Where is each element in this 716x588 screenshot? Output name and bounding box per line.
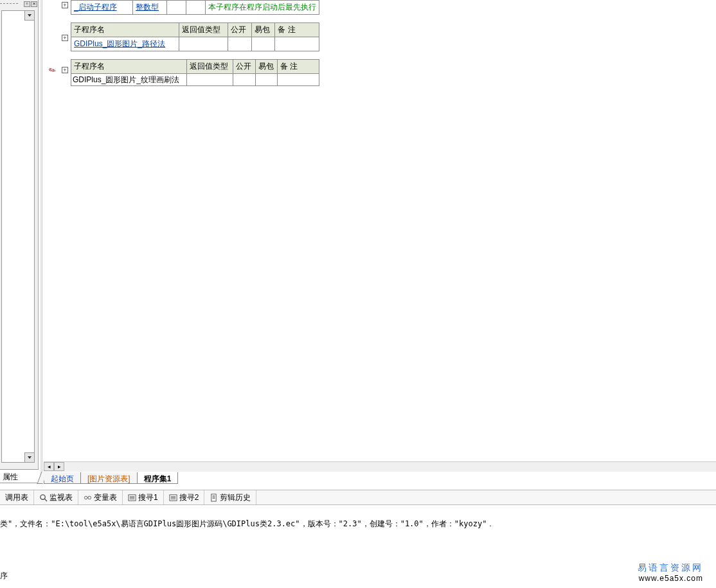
watermark: 易语言资源网 www.e5a5x.com xyxy=(638,562,703,583)
cell-remark: 本子程序在程序启动后最先执行 xyxy=(208,3,316,12)
clip-history-button[interactable]: 剪辑历史 xyxy=(204,490,256,504)
clip-label: 剪辑历史 xyxy=(220,492,251,503)
subroutine-row-0: _启动子程序 整数型 本子程序在程序启动后最先执行 xyxy=(71,0,319,15)
watermark-en: www.e5a5x.com xyxy=(638,574,703,583)
svg-point-2 xyxy=(84,496,87,499)
col-pkg: 易包 xyxy=(255,60,278,74)
cell-ret[interactable] xyxy=(179,37,228,51)
vertical-splitter[interactable] xyxy=(40,0,42,483)
cell-pkg[interactable] xyxy=(255,74,278,86)
cell-ret[interactable] xyxy=(186,74,233,86)
expand-icon[interactable]: + xyxy=(62,67,68,73)
cell-pkg[interactable] xyxy=(186,1,206,15)
search-icon xyxy=(39,494,48,502)
edit-pencil-icon: ✎ xyxy=(47,64,58,76)
code-editor-area: + + + ✎ _启动子程序 整数型 本子程序在程序启动后最先执行 子程序名 返… xyxy=(44,0,716,470)
panel-min-icon[interactable]: ▫ xyxy=(24,1,30,7)
variable-table-button[interactable]: 变量表 xyxy=(78,490,123,504)
variable-label: 变量表 xyxy=(94,492,117,503)
bottom-toolbar: 调用表 监视表 变量表 搜寻1 搜寻2 剪辑历史 xyxy=(0,490,716,505)
col-ret: 返回值类型 xyxy=(186,60,233,74)
gutter: + + + ✎ xyxy=(44,0,71,86)
svg-line-1 xyxy=(44,499,47,501)
call-table-label: 调用表 xyxy=(5,492,28,503)
tab-image-resource[interactable]: [图片资源表] xyxy=(80,472,138,484)
list-icon xyxy=(128,494,136,502)
search2-button[interactable]: 搜寻2 xyxy=(164,490,205,504)
subroutine-table-1: 子程序名 返回值类型 公开 易包 备 注 GDIPlus_圆形图片_路径法 xyxy=(71,22,319,51)
ret-type-link[interactable]: 整数型 xyxy=(136,3,159,12)
cell-public[interactable] xyxy=(233,74,256,86)
output-line: 类"，文件名："E:\tool\e5a5x\易语言GDIPlus圆形图片源码\G… xyxy=(0,519,716,530)
output-line2: 序 xyxy=(0,571,8,582)
expand-icon[interactable]: + xyxy=(62,2,68,8)
h-scrollbar[interactable]: ◂ ▸ xyxy=(44,461,716,472)
tab-program-set[interactable]: 程序集1 xyxy=(137,472,179,484)
chevron-down-icon[interactable] xyxy=(24,452,34,462)
col-ret: 返回值类型 xyxy=(179,23,228,37)
watermark-cn: 易语言资源网 xyxy=(638,562,703,574)
cell-remark[interactable] xyxy=(275,37,319,51)
search2-label: 搜寻2 xyxy=(179,492,199,503)
col-public: 公开 xyxy=(233,60,256,74)
call-table-button[interactable]: 调用表 xyxy=(0,490,34,504)
col-name: 子程序名 xyxy=(71,23,179,37)
monitor-table-button[interactable]: 监视表 xyxy=(34,490,78,504)
list-icon xyxy=(169,494,177,502)
properties-tab[interactable]: 属性 xyxy=(0,469,39,483)
chevron-down-icon[interactable] xyxy=(24,11,34,21)
left-dropdown[interactable] xyxy=(1,10,35,463)
tables-column: _启动子程序 整数型 本子程序在程序启动后最先执行 子程序名 返回值类型 公开 … xyxy=(71,0,319,86)
scroll-right-icon[interactable]: ▸ xyxy=(54,462,64,471)
sub-name-link[interactable]: _启动子程序 xyxy=(74,3,117,12)
cell-pkg[interactable] xyxy=(251,37,275,51)
output-panel: 类"，文件名："E:\tool\e5a5x\易语言GDIPlus圆形图片源码\G… xyxy=(0,506,716,588)
search1-label: 搜寻1 xyxy=(138,492,158,503)
col-public: 公开 xyxy=(228,23,252,37)
sub-name-link[interactable]: GDIPlus_圆形图片_路径法 xyxy=(74,39,165,48)
svg-point-0 xyxy=(40,494,45,499)
col-remark: 备 注 xyxy=(275,23,319,37)
col-remark: 备 注 xyxy=(278,60,319,74)
left-panel: ▫ × xyxy=(0,0,39,469)
svg-point-3 xyxy=(88,496,91,499)
scroll-left-icon[interactable]: ◂ xyxy=(44,462,54,471)
sub-name-input[interactable] xyxy=(71,74,186,85)
cell-remark[interactable] xyxy=(278,74,319,86)
col-name: 子程序名 xyxy=(71,60,187,74)
svg-rect-13 xyxy=(211,494,216,501)
document-icon xyxy=(210,494,218,502)
search1-button[interactable]: 搜寻1 xyxy=(123,490,164,504)
col-pkg: 易包 xyxy=(251,23,275,37)
editor-tabs: 起始页 [图片资源表] 程序集1 xyxy=(44,472,177,485)
glasses-icon xyxy=(84,494,92,502)
expand-icon[interactable]: + xyxy=(62,35,68,41)
panel-close-icon[interactable]: × xyxy=(31,1,37,7)
subroutine-table-2: 子程序名 返回值类型 公开 易包 备 注 xyxy=(71,59,319,86)
cell-public[interactable] xyxy=(167,1,186,15)
monitor-label: 监视表 xyxy=(49,492,73,503)
cell-public[interactable] xyxy=(228,37,252,51)
tab-start-page[interactable]: 起始页 xyxy=(44,472,81,484)
panel-titlebar: ▫ × xyxy=(0,0,38,8)
